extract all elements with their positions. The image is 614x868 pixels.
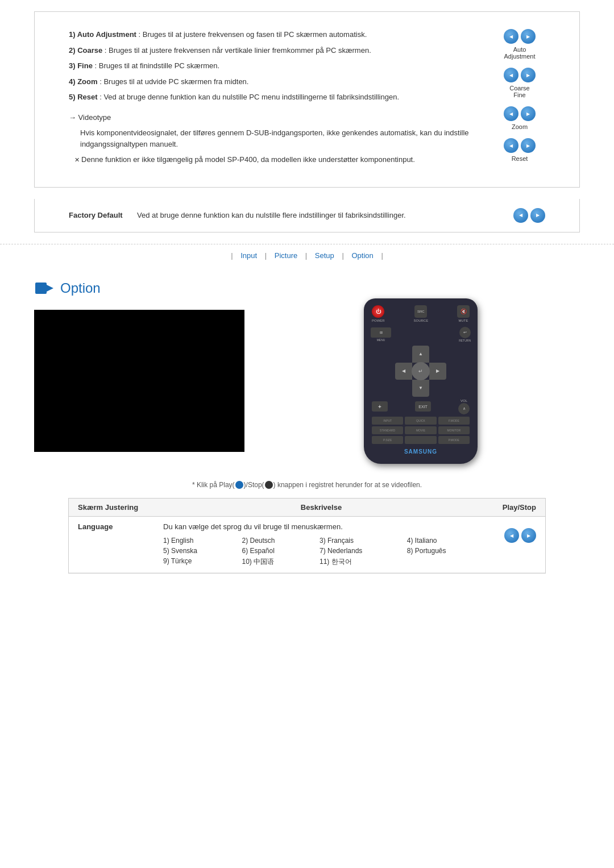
remote-container: ⏻ POWER SRC SOURCE 🔇 MUTE ⊞: [262, 298, 580, 464]
lang-francais: 3) Français: [320, 537, 396, 545]
vol-label: VOL: [460, 399, 467, 402]
plus-button[interactable]: +: [372, 401, 388, 412]
factory-default-right-btn[interactable]: [530, 208, 545, 223]
coarse-fine-right-btn[interactable]: [521, 68, 536, 82]
dpad: ▲ ▼ ◀ ▶ ↵: [395, 346, 446, 397]
nav-pipe-4: |: [342, 251, 343, 260]
auto-adjustment-label: AutoAdjustment: [504, 46, 535, 60]
item-reset: 5) Reset : Ved at bruge denne funktion k…: [69, 92, 483, 103]
header-play: Play/Stop: [479, 503, 536, 512]
zoom-group: Zoom: [504, 106, 536, 130]
coarse-fine-label: CoarseFine: [509, 85, 529, 98]
dpad-down[interactable]: ▼: [412, 380, 429, 397]
content-with-remote: ⏻ POWER SRC SOURCE 🔇 MUTE ⊞: [34, 310, 580, 464]
source-label: SOURCE: [414, 319, 429, 322]
video-type-desc: Hvis komponentvideosignalet, der tilføre…: [69, 127, 483, 149]
setup-section: 1) Auto Adjustment : Bruges til at juste…: [34, 11, 580, 188]
power-button[interactable]: ⏻: [372, 305, 384, 318]
reset-btn-row: [504, 138, 536, 153]
lang-english: 1) English: [163, 537, 230, 545]
mute-button[interactable]: 🔇: [457, 305, 470, 318]
video-type-note: Denne funktion er ikke tilgængelig på mo…: [69, 154, 483, 165]
remote-bottom-grid: INPUT QUICK F.MODE STANDARD MOVIE MONITO…: [372, 417, 470, 444]
item-fine: 3) Fine : Bruges til at finindstille PC …: [69, 60, 483, 72]
coarse-fine-group: CoarseFine: [504, 68, 536, 98]
nav-pipe-5: |: [381, 251, 383, 260]
table-row: Language Du kan vælge det sprog du vil b…: [69, 517, 545, 573]
reset-label: Reset: [512, 155, 528, 162]
row-play-language: [479, 522, 536, 543]
video-type-section: → Videotype Hvis komponentvideosignalet,…: [69, 112, 483, 165]
zoom-label: Zoom: [512, 123, 528, 130]
reset-right-btn[interactable]: [521, 138, 536, 153]
nav-option[interactable]: Option: [351, 251, 373, 260]
nav-setup[interactable]: Setup: [315, 251, 334, 260]
exit-button[interactable]: EXIT: [415, 401, 431, 412]
coarse-fine-left-btn[interactable]: [504, 68, 518, 82]
setup-content: 1) Auto Adjustment : Bruges til at juste…: [69, 29, 545, 170]
item-auto-adjustment: 1) Auto Adjustment : Bruges til at juste…: [69, 29, 483, 40]
nav-pipe-3: |: [305, 251, 307, 260]
nav-picture[interactable]: Picture: [275, 251, 297, 260]
option-icon: [34, 278, 55, 298]
standard-btn[interactable]: STANDARD: [372, 426, 403, 434]
source-button[interactable]: SRC: [414, 305, 427, 318]
remote-control: ⏻ POWER SRC SOURCE 🔇 MUTE ⊞: [364, 298, 478, 464]
play-instruction: * Klik på Play()/Stop() knappen i regist…: [34, 481, 580, 489]
stop-circle-icon: [265, 481, 273, 489]
dpad-up[interactable]: ▲: [412, 346, 429, 363]
return-button[interactable]: ↩: [459, 327, 471, 338]
menu-return-row: ⊞ MENU ↩ RETURN: [370, 327, 472, 342]
auto-adjustment-btn-row: [504, 29, 536, 44]
lang-espanol: 6) Español: [242, 547, 308, 555]
nav-pipe-1: |: [231, 251, 233, 260]
dpad-right[interactable]: ▶: [429, 363, 446, 380]
header-skærm: Skærm Justering: [78, 503, 163, 512]
vol-up-button[interactable]: ∧: [458, 403, 470, 414]
language-right-btn[interactable]: [521, 528, 536, 543]
factory-default-left-btn[interactable]: [513, 208, 528, 223]
power-label: POWER: [372, 319, 385, 322]
lang-korean: 11) 한국어: [320, 557, 396, 567]
lang-empty: [407, 557, 479, 567]
nav-input[interactable]: Input: [240, 251, 257, 260]
pmode-btn[interactable]: P.MODE: [438, 436, 470, 444]
menu-label: MENU: [377, 338, 385, 342]
quick-btn[interactable]: QUICK: [405, 417, 436, 425]
table-section: Skærm Justering Beskrivelse Play/Stop La…: [68, 498, 546, 574]
video-type-label: → Videotype: [69, 112, 483, 123]
zoom-left-btn[interactable]: [504, 106, 518, 121]
coarse-fine-btn-row: [504, 68, 536, 82]
zoom-btn-row: [504, 106, 536, 121]
item-coarse: 2) Coarse : Bruges til at justere frekve…: [69, 45, 483, 56]
option-section: Option ⏻ POWER SRC SOURCE 🔇: [0, 272, 614, 597]
f-mode-btn[interactable]: F.MODE: [438, 417, 470, 425]
zoom-right-btn[interactable]: [521, 106, 536, 121]
auto-adjustment-left-btn[interactable]: [504, 29, 518, 44]
factory-default-desc: Ved at bruge denne funktion kan du nulst…: [137, 211, 502, 219]
factory-default-label: Factory Default: [69, 211, 126, 219]
menu-button[interactable]: ⊞: [371, 327, 391, 338]
lang-chinese: 10) 中国语: [242, 557, 308, 567]
dpad-center[interactable]: ↵: [412, 362, 430, 380]
lang-portugues: 8) Português: [407, 547, 479, 555]
language-left-btn[interactable]: [504, 528, 519, 543]
dpad-left[interactable]: ◀: [395, 363, 412, 380]
header-besk: Beskrivelse: [163, 503, 479, 512]
input-btn[interactable]: INPUT: [372, 417, 403, 425]
monitor-btn[interactable]: MONITOR: [438, 426, 470, 434]
factory-default-row: Factory Default Ved at bruge denne funkt…: [34, 199, 580, 232]
language-desc: Du kan vælge det sprog du vil bruge til …: [163, 522, 479, 531]
reset-left-btn[interactable]: [504, 138, 518, 153]
psize-btn[interactable]: P.SIZE: [372, 436, 403, 444]
factory-default-buttons: [513, 208, 545, 223]
lang-turkce: 9) Türkçe: [163, 557, 230, 567]
movie-btn[interactable]: MOVIE: [405, 426, 436, 434]
play-circle-icon: [235, 481, 243, 489]
right-buttons: AutoAdjustment CoarseFine Zoom: [494, 29, 545, 170]
nav-bar: | Input | Picture | Setup | Option |: [0, 244, 614, 267]
table-header: Skærm Justering Beskrivelse Play/Stop: [69, 499, 545, 517]
lang-svenska: 5) Svenska: [163, 547, 230, 555]
auto-adjustment-right-btn[interactable]: [521, 29, 536, 44]
language-grid: 1) English 2) Deutsch 3) Français 4) Ita…: [163, 537, 479, 567]
